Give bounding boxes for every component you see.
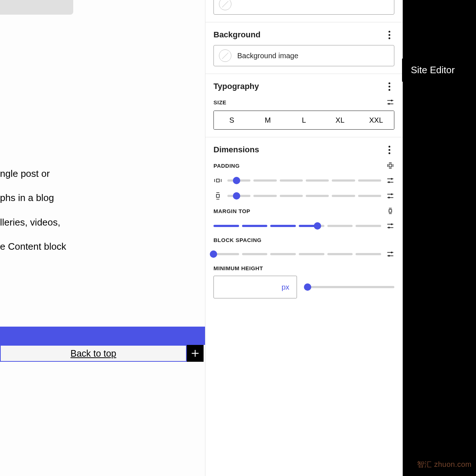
- block-spacing-label: BLOCK SPACING: [213, 237, 261, 243]
- svg-rect-3: [216, 179, 219, 182]
- size-option-xxl[interactable]: XXL: [358, 111, 394, 129]
- editor-canvas[interactable]: ngle post or phs in a blog lleries, vide…: [0, 0, 205, 476]
- background-image-field[interactable]: Background image: [213, 45, 394, 66]
- svg-point-8: [388, 197, 390, 198]
- size-label: SIZE: [213, 99, 226, 105]
- sliders-icon: [386, 192, 394, 200]
- dimensions-section: Dimensions PADDING: [205, 137, 402, 313]
- svg-rect-2: [389, 164, 391, 167]
- svg-point-1: [388, 103, 390, 105]
- text-line: ngle post or: [0, 166, 66, 181]
- sliders-icon: [386, 222, 394, 230]
- min-height-unit[interactable]: px: [282, 283, 289, 291]
- min-height-input[interactable]: px: [213, 276, 297, 298]
- size-option-xl[interactable]: XL: [322, 111, 358, 129]
- featured-image-placeholder: [0, 0, 73, 15]
- padding-vertical-row: [213, 191, 394, 200]
- size-settings-button[interactable]: [386, 98, 394, 106]
- section-title-background: Background: [213, 30, 260, 40]
- content-preview: ngle post or phs in a blog lleries, vide…: [0, 166, 66, 263]
- section-title-dimensions: Dimensions: [213, 145, 259, 155]
- none-icon: [219, 49, 231, 62]
- font-size-buttongroup: S M L XL XXL: [213, 111, 394, 130]
- site-editor-tooltip: Site Editor: [402, 59, 464, 82]
- svg-point-13: [388, 255, 390, 257]
- svg-point-0: [391, 100, 393, 101]
- padding-horizontal-slider[interactable]: [227, 176, 381, 185]
- svg-rect-6: [216, 194, 219, 197]
- svg-rect-9: [389, 209, 391, 212]
- outside-frame: Site Editor 智汇 zhuon.com: [403, 0, 476, 476]
- horizontal-axis-icon: [213, 176, 222, 185]
- block-spacing-slider[interactable]: [213, 250, 381, 259]
- padding-horizontal-custom-button[interactable]: [386, 176, 394, 185]
- plus-icon: [190, 348, 200, 358]
- min-height-slider[interactable]: [305, 283, 394, 291]
- svg-point-5: [388, 181, 390, 183]
- text-line: phs in a blog: [0, 190, 66, 205]
- svg-point-4: [391, 178, 393, 180]
- block-spacing-custom-button[interactable]: [386, 250, 394, 258]
- sliders-icon: [386, 250, 394, 258]
- size-option-l[interactable]: L: [286, 111, 322, 129]
- add-block-button[interactable]: [187, 345, 204, 362]
- min-height-row: px: [213, 276, 394, 298]
- size-option-s[interactable]: S: [214, 111, 250, 129]
- padding-horizontal-row: [213, 176, 394, 185]
- margin-link-sides-button[interactable]: [386, 207, 394, 215]
- size-option-m[interactable]: M: [250, 111, 286, 129]
- background-more-button[interactable]: [384, 30, 394, 40]
- padding-label: PADDING: [213, 163, 240, 169]
- margin-top-label: MARGIN TOP: [213, 208, 250, 214]
- none-icon: [219, 0, 231, 10]
- block-spacing-row: [213, 250, 394, 259]
- image-field[interactable]: [213, 0, 394, 15]
- section-title-typography: Typography: [213, 82, 259, 91]
- selected-block-outline[interactable]: [0, 327, 205, 345]
- svg-point-7: [391, 193, 393, 195]
- link-sides-icon: [386, 207, 394, 215]
- text-line: lleries, videos,: [0, 215, 66, 230]
- typography-more-button[interactable]: [384, 81, 394, 92]
- margin-top-slider[interactable]: [213, 222, 381, 230]
- padding-vertical-slider[interactable]: [227, 191, 381, 200]
- svg-point-11: [388, 227, 390, 228]
- min-height-label: MINIMUM HEIGHT: [213, 265, 263, 271]
- padding-vertical-custom-button[interactable]: [386, 192, 394, 200]
- image-field-label: [237, 0, 239, 8]
- dimensions-more-button[interactable]: [384, 145, 394, 155]
- margin-top-row: [213, 222, 394, 230]
- back-to-top-block[interactable]: Back to top: [0, 345, 187, 362]
- text-line: e Content block: [0, 239, 66, 254]
- sliders-icon: [386, 98, 394, 106]
- svg-point-12: [391, 252, 393, 253]
- svg-point-10: [391, 223, 393, 225]
- back-to-top-link[interactable]: Back to top: [70, 348, 116, 359]
- link-sides-icon: [386, 161, 394, 170]
- background-image-label: Background image: [237, 52, 298, 60]
- block-settings-panel: Background Background image Typography S…: [205, 0, 403, 476]
- watermark: 智汇 zhuon.com: [417, 460, 472, 469]
- background-section: Background Background image: [205, 22, 402, 74]
- margin-top-custom-button[interactable]: [386, 222, 394, 230]
- padding-link-sides-button[interactable]: [386, 161, 394, 170]
- sliders-icon: [386, 176, 394, 185]
- typography-section: Typography SIZE S M L XL XXL: [205, 74, 402, 137]
- vertical-axis-icon: [213, 191, 222, 200]
